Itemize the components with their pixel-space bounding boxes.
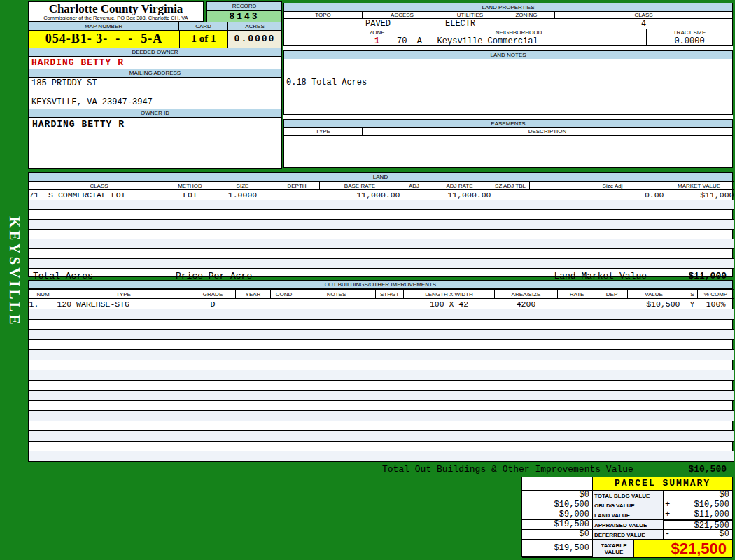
outb-cell-rate bbox=[558, 299, 596, 309]
land-col-base-rate: BASE RATE bbox=[320, 182, 400, 190]
utilities-value: ELECTR bbox=[442, 19, 498, 29]
land-col-adj: ADJ bbox=[400, 182, 428, 190]
outb-cell-year bbox=[236, 299, 271, 309]
prior-obldg-value: $10,500 bbox=[522, 500, 593, 510]
land-notes-box: LAND NOTES 0.18 Total Acres bbox=[284, 50, 733, 115]
land-properties-columns: TOPO ACCESS UTILITIES ZONING CLASS bbox=[284, 12, 732, 19]
outb-col-year: YEAR bbox=[236, 290, 271, 299]
land-col-size-adj: Size Adj bbox=[561, 182, 664, 190]
land-value-label: LAND VALUE bbox=[593, 510, 664, 520]
access-value: PAVED bbox=[363, 19, 442, 29]
outb-cell-dep bbox=[596, 299, 628, 309]
district-sidebar-label: KEYSVILLE bbox=[0, 200, 28, 344]
outb-cell-sthgt bbox=[376, 299, 404, 309]
tract-size-value: 0.0000 bbox=[647, 36, 732, 46]
zone-label: ZONE bbox=[363, 29, 391, 36]
parcel-row-land: $9,000 LAND VALUE + $11,000 bbox=[522, 510, 732, 520]
outb-col-sthgt: STHGT bbox=[376, 290, 404, 299]
access-column-label: ACCESS bbox=[363, 12, 442, 19]
land-cell-depth bbox=[274, 190, 320, 200]
appraised-value-label: APPRAISED VALUE bbox=[593, 520, 664, 530]
parcel-row-deferred: $0 DEFERRED VALUE - $0 bbox=[522, 530, 732, 540]
empty-row bbox=[29, 230, 734, 239]
out-buildings-title: OUT BUILDINGS/OTHER IMPROVEMENTS bbox=[29, 281, 732, 289]
acres-label: ACRES bbox=[228, 22, 281, 31]
card-label: CARD bbox=[179, 22, 228, 31]
land-col-class: CLASS bbox=[29, 182, 169, 190]
empty-row bbox=[29, 200, 734, 210]
land-properties-values: PAVED ELECTR 4 bbox=[284, 19, 732, 29]
utilities-column-label: UTILITIES bbox=[442, 12, 498, 19]
outb-cell-spacer bbox=[680, 299, 687, 309]
county-title: Charlotte County Virginia bbox=[29, 3, 203, 15]
land-table: CLASS METHOD SIZE DEPTH BASE RATE ADJ AD… bbox=[29, 181, 734, 269]
out-buildings-table: NUM TYPE GRADE YEAR COND NOTES STHGT LEN… bbox=[29, 289, 734, 462]
outb-total-value: $10,500 bbox=[688, 464, 727, 475]
empty-row bbox=[29, 210, 734, 220]
zone-neighborhood-block: ZONE NEIGHBORHOOD TRACT SIZE 1 70 A Keys… bbox=[363, 29, 732, 46]
owner-id-label: OWNER ID bbox=[29, 108, 281, 118]
outb-cell-notes bbox=[298, 299, 376, 309]
land-col-spacer bbox=[530, 182, 561, 190]
land-notes-title: LAND NOTES bbox=[284, 51, 732, 59]
land-cell-market-value: $11,000 bbox=[664, 190, 734, 200]
easements-columns: TYPE DESCRIPTION bbox=[284, 128, 732, 136]
mailing-address-label: MAILING ADDRESS bbox=[29, 69, 281, 78]
taxable-value: $21,500 bbox=[634, 540, 732, 558]
zone-header-row: ZONE NEIGHBORHOOD TRACT SIZE bbox=[363, 29, 732, 36]
easement-type-label: TYPE bbox=[284, 128, 363, 136]
land-col-market-value: MARKET VALUE bbox=[664, 182, 734, 190]
parcel-row-taxable: $19,500 TAXABLE VALUE $21,500 bbox=[522, 540, 732, 558]
land-properties-title: LAND PROPERTIES bbox=[284, 4, 732, 12]
outb-col-value: VALUE bbox=[628, 290, 680, 299]
land-properties-box: LAND PROPERTIES TOPO ACCESS UTILITIES ZO… bbox=[284, 3, 733, 46]
total-bldg-op bbox=[664, 491, 673, 500]
outb-cell-area-size: 4200 bbox=[495, 299, 558, 309]
class-column-label: CLASS bbox=[555, 12, 732, 19]
parcel-row-total-bldg: $0 TOTAL BLDG VALUE $0 bbox=[522, 491, 732, 500]
card-value: 1 of 1 bbox=[179, 31, 228, 48]
deeded-owner-value: HARDING BETTY R bbox=[29, 57, 281, 69]
land-col-depth: DEPTH bbox=[274, 182, 320, 190]
outb-cell-s: Y bbox=[687, 299, 698, 309]
outb-cell-cond bbox=[271, 299, 298, 309]
land-value: $11,000 bbox=[673, 510, 732, 520]
parcel-summary-header: PARCEL SUMMARY bbox=[522, 477, 732, 491]
empty-row bbox=[29, 239, 734, 249]
obldg-value: $10,500 bbox=[673, 500, 732, 510]
total-bldg-value-label: TOTAL BLDG VALUE bbox=[593, 491, 664, 500]
land-cell-adj bbox=[400, 190, 428, 200]
empty-row bbox=[29, 319, 734, 330]
map-number-value: 054-B1- 3- - - 5-A bbox=[29, 31, 179, 48]
land-section: LAND CLASS METHOD SIZE DEPTH BASE RATE A… bbox=[28, 172, 733, 277]
obldg-value-label: OBLDG VALUE bbox=[593, 500, 664, 510]
deferred-value: $0 bbox=[673, 530, 732, 540]
empty-row bbox=[29, 350, 734, 360]
empty-row bbox=[29, 220, 734, 230]
easement-description-label: DESCRIPTION bbox=[363, 128, 732, 136]
outb-cell-length-width: 100 X 42 bbox=[404, 299, 495, 309]
parcel-summary-title: PARCEL SUMMARY bbox=[593, 477, 732, 491]
land-col-sz-adj-tbl: SZ ADJ TBL bbox=[491, 182, 530, 190]
land-info-card: LAND PROPERTIES TOPO ACCESS UTILITIES ZO… bbox=[284, 3, 733, 168]
land-cell-sz-adj-tbl bbox=[491, 190, 530, 200]
owner-card: MAP NUMBER CARD ACRES 054-B1- 3- - - 5-A… bbox=[28, 22, 282, 169]
outb-col-s: S bbox=[687, 290, 698, 299]
land-cell-size: 1.0000 bbox=[211, 190, 274, 200]
county-header-box: Charlotte County Virginia Commissioner o… bbox=[28, 1, 204, 22]
outb-col-rate: RATE bbox=[558, 290, 596, 299]
outb-header-row: NUM TYPE GRADE YEAR COND NOTES STHGT LEN… bbox=[29, 290, 734, 299]
zoning-column-label: ZONING bbox=[498, 12, 555, 19]
tract-size-label: TRACT SIZE bbox=[647, 29, 732, 36]
empty-row bbox=[29, 340, 734, 350]
outb-cell-value: $10,500 bbox=[628, 299, 680, 309]
empty-row bbox=[29, 380, 734, 391]
prior-taxable-value: $19,500 bbox=[522, 540, 593, 558]
land-op: + bbox=[664, 510, 673, 520]
topo-column-label: TOPO bbox=[284, 12, 363, 19]
deeded-owner-label: DEEDED OWNER bbox=[29, 48, 281, 57]
outb-col-length-width: LENGTH X WIDTH bbox=[404, 290, 495, 299]
owner-card-empty-area bbox=[29, 130, 281, 168]
outb-col-grade: GRADE bbox=[190, 290, 236, 299]
land-cell-spacer bbox=[530, 190, 561, 200]
